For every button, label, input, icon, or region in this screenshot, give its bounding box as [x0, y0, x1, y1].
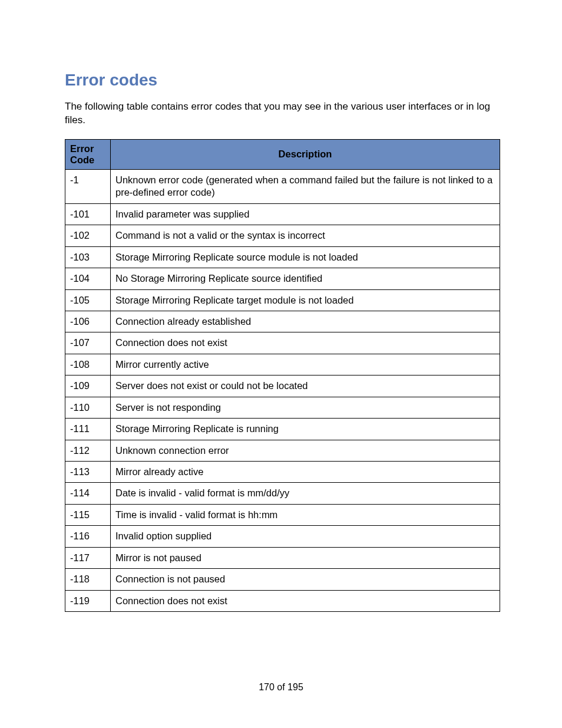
table-row: -1Unknown error code (generated when a c… [65, 169, 500, 203]
cell-error-code: -115 [65, 504, 111, 525]
error-codes-table: Error Code Description -1Unknown error c… [65, 139, 500, 612]
table-row: -102Command is not a valid or the syntax… [65, 225, 500, 246]
cell-description: Storage Mirroring Replicate is running [111, 419, 500, 440]
intro-paragraph: The following table contains error codes… [65, 100, 500, 127]
table-row: -118Connection is not paused [65, 569, 500, 590]
table-row: -104No Storage Mirroring Replicate sourc… [65, 268, 500, 289]
table-row: -119Connection does not exist [65, 590, 500, 611]
cell-description: Command is not a valid or the syntax is … [111, 225, 500, 246]
col-header-description: Description [111, 139, 500, 169]
table-row: -109Server does not exist or could not b… [65, 375, 500, 397]
cell-error-code: -114 [65, 483, 111, 504]
cell-error-code: -108 [65, 354, 111, 375]
cell-description: Date is invalid - valid format is mm/dd/… [111, 483, 500, 504]
cell-description: Server does not exist or could not be lo… [111, 375, 500, 397]
cell-error-code: -112 [65, 440, 111, 461]
table-row: -114Date is invalid - valid format is mm… [65, 483, 500, 504]
cell-description: Storage Mirroring Replicate target modul… [111, 289, 500, 311]
cell-error-code: -105 [65, 289, 111, 311]
cell-error-code: -104 [65, 268, 111, 289]
cell-description: Unknown error code (generated when a com… [111, 169, 500, 203]
table-row: -112Unknown connection error [65, 440, 500, 461]
cell-description: Time is invalid - valid format is hh:mm [111, 504, 500, 525]
cell-error-code: -106 [65, 311, 111, 332]
cell-description: Server is not responding [111, 397, 500, 418]
cell-description: Connection does not exist [111, 332, 500, 354]
document-page: Error codes The following table contains… [0, 0, 562, 728]
table-body: -1Unknown error code (generated when a c… [65, 169, 500, 611]
table-row: -117Mirror is not paused [65, 547, 500, 568]
cell-error-code: -119 [65, 590, 111, 611]
cell-description: Connection already established [111, 311, 500, 332]
cell-error-code: -113 [65, 462, 111, 483]
table-row: -110Server is not responding [65, 397, 500, 418]
cell-description: Storage Mirroring Replicate source modul… [111, 246, 500, 268]
table-row: -106Connection already established [65, 311, 500, 332]
cell-description: Connection is not paused [111, 569, 500, 590]
cell-description: No Storage Mirroring Replicate source id… [111, 268, 500, 289]
table-row: -115Time is invalid - valid format is hh… [65, 504, 500, 525]
cell-description: Mirror is not paused [111, 547, 500, 568]
cell-error-code: -111 [65, 419, 111, 440]
cell-description: Connection does not exist [111, 590, 500, 611]
table-row: -113Mirror already active [65, 462, 500, 483]
page-footer: 170 of 195 [0, 682, 562, 693]
cell-error-code: -118 [65, 569, 111, 590]
table-header-row: Error Code Description [65, 139, 500, 169]
cell-error-code: -109 [65, 375, 111, 397]
table-row: -116Invalid option supplied [65, 526, 500, 547]
cell-error-code: -110 [65, 397, 111, 418]
cell-description: Unknown connection error [111, 440, 500, 461]
table-row: -107Connection does not exist [65, 332, 500, 354]
cell-error-code: -101 [65, 203, 111, 225]
cell-description: Invalid parameter was supplied [111, 203, 500, 225]
cell-error-code: -102 [65, 225, 111, 246]
table-row: -103Storage Mirroring Replicate source m… [65, 246, 500, 268]
cell-error-code: -116 [65, 526, 111, 547]
col-header-error-code: Error Code [65, 139, 111, 169]
page-title: Error codes [65, 71, 500, 90]
cell-error-code: -103 [65, 246, 111, 268]
table-row: -111Storage Mirroring Replicate is runni… [65, 419, 500, 440]
cell-error-code: -107 [65, 332, 111, 354]
cell-error-code: -117 [65, 547, 111, 568]
cell-description: Mirror currently active [111, 354, 500, 375]
table-row: -105Storage Mirroring Replicate target m… [65, 289, 500, 311]
cell-description: Invalid option supplied [111, 526, 500, 547]
table-row: -101Invalid parameter was supplied [65, 203, 500, 225]
cell-description: Mirror already active [111, 462, 500, 483]
table-row: -108Mirror currently active [65, 354, 500, 375]
cell-error-code: -1 [65, 169, 111, 203]
